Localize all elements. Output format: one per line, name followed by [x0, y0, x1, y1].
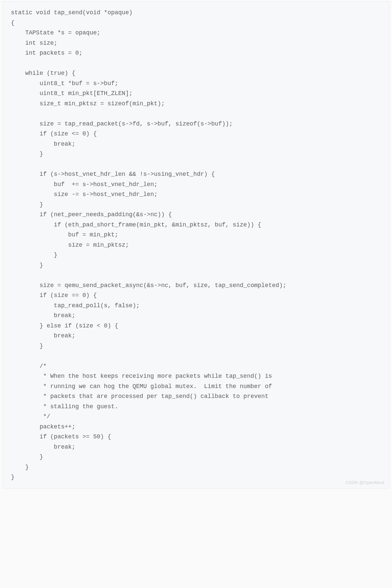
code-content: static void tap_send(void *opaque) { TAP…	[11, 8, 381, 482]
watermark-text: CSDN @OpenMind	[345, 480, 384, 485]
code-block: static void tap_send(void *opaque) { TAP…	[3, 1, 389, 489]
